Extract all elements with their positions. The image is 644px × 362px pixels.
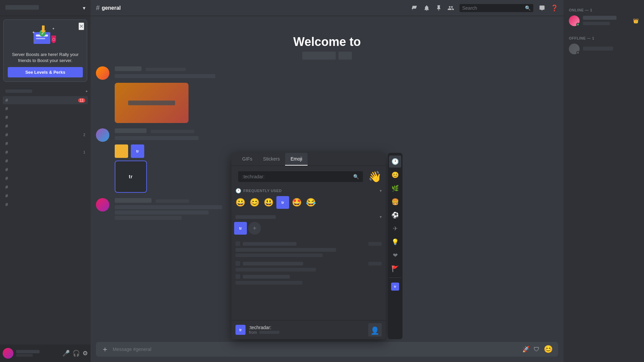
boost-panel: ✕ ✓ ⬡ ✦ ✦ ✕ Serve [3, 19, 87, 82]
list-item[interactable]: # [3, 174, 88, 182]
microphone-icon[interactable]: 🎤 [62, 350, 70, 357]
server-header[interactable]: ▾ [0, 0, 91, 16]
chevron-down-icon[interactable]: ▾ [83, 5, 85, 11]
emoji-scroll-area[interactable]: 🕐 FREQUENTLY USED ▾ 😀 😊 😃 tr 🤩 😂 ▾ [231, 186, 386, 320]
chevron-down-icon[interactable]: ▾ [380, 215, 382, 219]
threads-icon[interactable] [411, 5, 418, 11]
nav-travel-icon[interactable]: ✈ [389, 223, 401, 235]
emoji-info-name: :techradar: [249, 325, 279, 330]
member-item-offline[interactable] [566, 42, 641, 56]
notification-icon[interactable] [423, 5, 430, 11]
settings-icon[interactable]: ⚙ [83, 350, 88, 357]
gift-icon[interactable]: 🚀 [522, 345, 530, 354]
add-attachment-icon[interactable]: ＋ [101, 344, 109, 354]
custom-emoji-tr-server[interactable]: tr [234, 222, 247, 235]
emoji-info-source: from [249, 330, 279, 335]
emoji-item[interactable]: 😀 [234, 196, 247, 209]
server-emojis-section: ▾ [231, 213, 386, 221]
chat-input-icons: 🚀 🛡 😊 [522, 345, 553, 354]
members-icon[interactable] [447, 5, 454, 11]
tab-emoji[interactable]: Emoji [285, 153, 308, 166]
emoji-item[interactable]: 😊 [248, 196, 261, 209]
channel-item-general[interactable]: # 11 [3, 96, 88, 104]
nav-face-icon[interactable]: tr [389, 281, 401, 293]
blurred-section-2 [231, 260, 386, 273]
search-box[interactable]: 🔍 [460, 4, 533, 12]
hash-icon: # [5, 158, 8, 164]
nav-flags-icon[interactable]: 🚩 [389, 263, 401, 275]
channel-sub-list: # 11 # # # [0, 95, 91, 210]
inbox-icon[interactable] [539, 5, 545, 11]
message-content [115, 66, 215, 123]
emoji-info-custom-icon: tr [235, 325, 246, 335]
frequently-used-section: 🕐 FREQUENTLY USED ▾ [231, 186, 386, 195]
emoji-grid-server: tr + [231, 221, 386, 236]
topbar: # general 🔍 ❓ [91, 0, 564, 16]
emoji-search-input[interactable] [242, 174, 353, 179]
member-item-online[interactable]: 👑 [566, 13, 641, 28]
blurred-section-3 [231, 273, 386, 286]
member-info [583, 46, 613, 52]
message-username [115, 198, 222, 204]
tab-gifs[interactable]: GIFs [237, 153, 258, 166]
list-item[interactable]: # [3, 139, 88, 147]
custom-emoji-tr[interactable]: tr [276, 196, 289, 209]
list-item[interactable]: # 1 [3, 148, 88, 156]
hash-icon: # [5, 176, 8, 181]
search-input[interactable] [462, 5, 522, 11]
see-levels-perks-button[interactable]: See Levels & Perks [8, 67, 83, 77]
emoji-item[interactable]: 😂 [305, 196, 317, 209]
avatar [569, 15, 580, 26]
headphones-icon[interactable]: 🎧 [72, 350, 80, 357]
add-emoji-button[interactable]: + [248, 222, 261, 235]
tab-stickers[interactable]: Stickers [258, 153, 285, 166]
chat-input-wrapper: ＋ 🚀 🛡 😊 [96, 342, 558, 357]
pin-icon[interactable] [435, 5, 442, 11]
emoji-item[interactable]: 🤩 [290, 196, 303, 209]
list-item[interactable]: # [3, 183, 88, 191]
help-icon[interactable]: ❓ [551, 4, 558, 12]
message-content [115, 198, 222, 220]
message-group [96, 66, 558, 123]
message-text [115, 135, 199, 142]
emoji-icon[interactable]: 😊 [544, 345, 553, 354]
nav-clock-icon[interactable]: 🕐 [389, 156, 401, 168]
message-username [115, 66, 215, 72]
nav-activity-icon[interactable]: ⚽ [389, 209, 401, 221]
welcome-banner: Welcome to [96, 21, 558, 66]
gif-icon[interactable]: 🛡 [534, 345, 540, 354]
list-item[interactable]: # [3, 122, 88, 130]
emoji-tabs: GIFs Stickers Emoji [231, 153, 386, 166]
svg-text:✕: ✕ [33, 38, 37, 44]
nav-objects-icon[interactable]: 💡 [389, 236, 401, 248]
nav-food-icon[interactable]: 🍔 [389, 196, 401, 208]
list-item[interactable]: # 2 [3, 131, 88, 139]
list-item[interactable]: # [3, 192, 88, 200]
list-item[interactable]: # [3, 166, 88, 174]
hash-icon: # [5, 202, 8, 207]
server-name [5, 5, 39, 11]
blurred-section-1 [231, 239, 386, 258]
user-area: 🎤 🎧 ⚙ [0, 345, 91, 362]
nav-person-icon[interactable]: 😊 [389, 169, 401, 181]
waving-hand-emoji[interactable]: 👋 [368, 170, 382, 183]
hash-icon: # [5, 184, 8, 190]
emoji-item[interactable]: 😃 [262, 196, 275, 209]
svg-text:⬡: ⬡ [52, 38, 55, 41]
list-item[interactable]: # [3, 200, 88, 208]
message-input[interactable] [113, 347, 518, 352]
chevron-down-icon[interactable]: ▾ [380, 189, 382, 193]
add-channel-icon[interactable]: + [86, 89, 88, 93]
list-item[interactable]: # [3, 157, 88, 165]
avatar [569, 44, 580, 54]
message-username [115, 128, 199, 134]
list-item[interactable]: # [3, 113, 88, 121]
list-item[interactable]: # [3, 105, 88, 113]
avatar [96, 128, 109, 142]
close-button[interactable]: ✕ [78, 22, 84, 30]
nav-nature-icon[interactable]: 🌿 [389, 182, 401, 194]
nav-symbols-icon[interactable]: ❤ [389, 249, 401, 261]
svg-text:👤: 👤 [370, 326, 380, 335]
message-content: tr tr [115, 128, 199, 193]
emoji-search-bar[interactable]: 🔍 [238, 171, 363, 182]
